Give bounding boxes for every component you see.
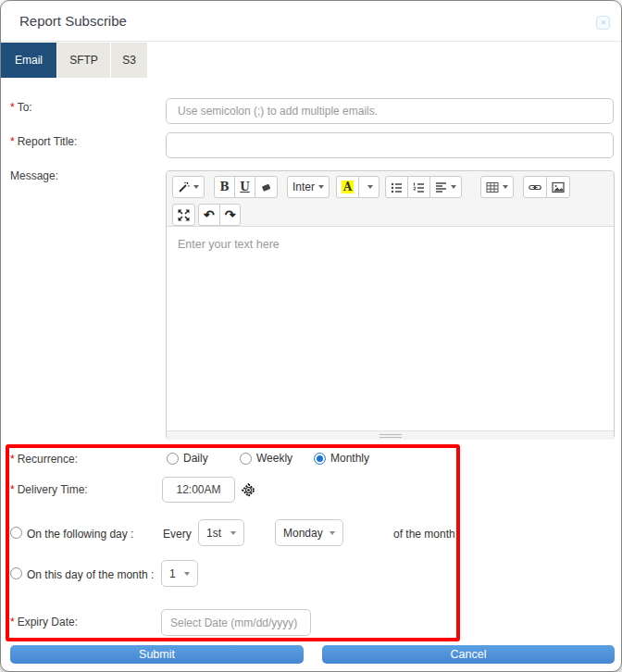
- tab-email[interactable]: Email: [1, 43, 56, 78]
- ordinal-select[interactable]: 1st: [198, 519, 244, 546]
- insert-link-button[interactable]: [523, 176, 547, 198]
- delivery-time-input[interactable]: [162, 477, 235, 503]
- page-title: Report Subscribe: [19, 13, 127, 29]
- radio-weekly[interactable]: Weekly: [240, 452, 292, 465]
- to-label: *To:: [10, 101, 32, 114]
- rich-text-editor: B U Inter A: [166, 170, 615, 440]
- radio-circle-icon[interactable]: [167, 453, 179, 465]
- undo-icon: ↶: [204, 208, 215, 221]
- font-color-dropdown[interactable]: [358, 176, 379, 198]
- chevron-down-icon: [193, 185, 199, 189]
- following-day-label: On the following day :: [27, 528, 133, 541]
- required-asterisk: *: [10, 453, 15, 466]
- redo-icon: ↷: [225, 208, 236, 221]
- undo-button[interactable]: ↶: [198, 204, 220, 226]
- fullscreen-button[interactable]: [172, 204, 195, 226]
- chevron-down-icon: [367, 185, 373, 189]
- expiry-date-placeholder: Select Date (mm/dd/yyyy): [170, 616, 297, 629]
- clear-format-button[interactable]: [255, 176, 278, 198]
- chevron-down-icon: [451, 185, 456, 189]
- expiry-date-input[interactable]: Select Date (mm/dd/yyyy): [161, 609, 311, 636]
- editor-resize-bar[interactable]: [167, 430, 614, 440]
- table-icon: [486, 181, 499, 193]
- every-label: Every: [163, 528, 192, 541]
- unordered-list-button[interactable]: [385, 176, 408, 198]
- dialog-header: Report Subscribe ✕: [1, 1, 621, 42]
- bold-button[interactable]: B: [214, 176, 235, 198]
- report-title-label: *Report Title:: [10, 135, 77, 148]
- expiry-date-label: *Expiry Date:: [10, 616, 78, 628]
- font-color-button[interactable]: A: [336, 176, 359, 198]
- list-ol-icon: [413, 181, 425, 193]
- close-icon[interactable]: ✕: [596, 16, 610, 30]
- tab-bar: Email SFTP S3: [1, 43, 148, 78]
- redo-button[interactable]: ↷: [219, 204, 242, 226]
- day-of-month-label: On this day of the month :: [27, 568, 154, 581]
- radio-following-day[interactable]: [10, 527, 22, 539]
- underline-button[interactable]: U: [234, 176, 255, 198]
- font-family-dropdown[interactable]: Inter: [287, 176, 330, 198]
- underline-icon: U: [240, 180, 249, 193]
- link-icon: [529, 181, 541, 193]
- recurrence-label: *Recurrence:: [10, 453, 78, 466]
- message-label: Message:: [10, 169, 58, 182]
- time-picker-crosshair-icon[interactable]: [240, 481, 257, 499]
- following-day-row: On the following day : Every 1st Monday …: [1, 519, 621, 547]
- to-input[interactable]: [166, 98, 614, 124]
- tab-s3[interactable]: S3: [111, 43, 147, 78]
- font-color-icon: A: [342, 180, 354, 193]
- chevron-down-icon: [318, 185, 324, 189]
- report-subscribe-dialog: Report Subscribe ✕ Email SFTP S3 *To: *R…: [0, 0, 622, 672]
- submit-button[interactable]: Submit: [10, 645, 304, 664]
- resize-grip-icon: [379, 434, 402, 438]
- radio-circle-icon[interactable]: [240, 453, 252, 465]
- weekday-select[interactable]: Monday: [275, 519, 343, 546]
- report-title-input[interactable]: [166, 132, 614, 158]
- required-asterisk: *: [10, 135, 15, 148]
- insert-image-button[interactable]: [546, 176, 570, 198]
- chevron-down-icon: [330, 531, 335, 535]
- bold-icon: B: [219, 180, 229, 193]
- editor-toolbar: B U Inter A: [167, 171, 614, 227]
- image-icon: [552, 181, 565, 193]
- editor-content-area[interactable]: Enter your text here: [167, 227, 614, 430]
- required-asterisk: *: [10, 101, 15, 114]
- chevron-down-icon: [184, 572, 190, 576]
- cancel-button[interactable]: Cancel: [322, 645, 615, 664]
- radio-monthly[interactable]: Monthly: [314, 452, 369, 465]
- radio-day-of-month[interactable]: [10, 567, 22, 579]
- required-asterisk: *: [10, 483, 15, 496]
- paragraph-align-dropdown[interactable]: [429, 176, 462, 198]
- chevron-down-icon: [503, 185, 508, 189]
- editor-placeholder: Enter your text here: [178, 238, 280, 251]
- fullscreen-icon: [178, 209, 190, 221]
- tab-sftp[interactable]: SFTP: [57, 43, 110, 78]
- align-left-icon: [435, 181, 447, 193]
- of-the-month-label: of the month: [393, 528, 455, 541]
- table-dropdown[interactable]: [480, 176, 514, 198]
- chevron-down-icon: [230, 531, 236, 535]
- radio-daily[interactable]: Daily: [167, 452, 208, 465]
- day-number-select[interactable]: 1: [161, 560, 198, 587]
- ordered-list-button[interactable]: [407, 176, 430, 198]
- list-ul-icon: [391, 181, 403, 193]
- eraser-icon: [260, 181, 272, 193]
- required-asterisk: *: [10, 616, 15, 628]
- radio-circle-icon[interactable]: [314, 453, 326, 465]
- style-magic-wand-icon[interactable]: [172, 176, 205, 198]
- delivery-time-label: *Delivery Time:: [10, 483, 88, 496]
- day-of-month-row: On this day of the month : 1: [1, 559, 621, 587]
